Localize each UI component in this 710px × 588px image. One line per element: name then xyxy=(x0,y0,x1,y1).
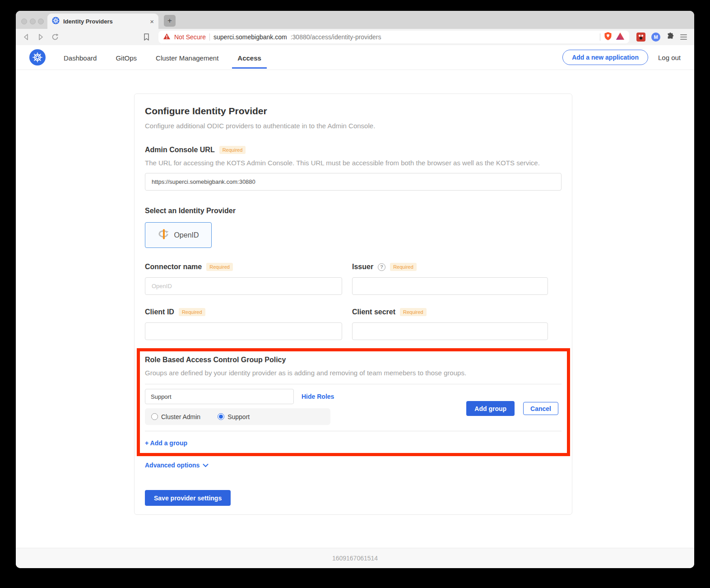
required-badge: Required xyxy=(179,308,205,316)
role-options: Cluster Admin Support xyxy=(145,408,330,425)
bookmark-icon[interactable] xyxy=(141,32,151,42)
required-badge: Required xyxy=(400,308,427,316)
extensions-puzzle-icon[interactable] xyxy=(666,32,674,42)
nav-item-gitops[interactable]: GitOps xyxy=(116,46,137,69)
advanced-options-toggle[interactable]: Advanced options xyxy=(145,461,209,469)
warning-triangle-icon xyxy=(163,33,171,42)
client-secret-label: Client secret xyxy=(352,308,395,316)
kubernetes-favicon-icon xyxy=(52,17,60,26)
window-minimize-button[interactable] xyxy=(30,19,36,24)
rbac-description: Groups are defined by your identity prov… xyxy=(145,369,562,377)
connector-name-field: Connector name Required xyxy=(145,263,342,295)
help-icon[interactable]: ? xyxy=(378,263,385,271)
not-secure-label: Not Secure xyxy=(174,33,206,41)
url-path: :30880/access/identity-providers xyxy=(291,33,381,41)
bat-triangle-icon[interactable] xyxy=(616,32,625,42)
group-editor: Hide Roles Cluster Admin Support A xyxy=(145,389,562,425)
admin-console-url-label: Admin Console URL xyxy=(145,146,215,154)
openid-logo-icon xyxy=(158,228,170,242)
footer-timestamp: 1609167061514 xyxy=(332,555,378,562)
menu-icon[interactable] xyxy=(680,34,687,40)
url-separator-right xyxy=(600,33,600,41)
connector-name-input[interactable] xyxy=(145,277,342,295)
chevron-down-icon xyxy=(203,461,209,469)
back-icon[interactable] xyxy=(21,32,31,42)
tab-close-icon[interactable]: × xyxy=(150,18,154,25)
browser-tab[interactable]: Identity Providers × xyxy=(47,14,158,29)
new-tab-button[interactable]: + xyxy=(164,15,176,27)
browser-toolbar: Not Secure superci.somebigbank.com:30880… xyxy=(16,29,694,45)
admin-console-url-description: The URL for accessing the KOTS Admin Con… xyxy=(145,159,562,167)
issuer-input[interactable] xyxy=(352,277,548,295)
client-secret-input[interactable] xyxy=(352,322,548,340)
issuer-label: Issuer xyxy=(352,263,373,271)
radio-cluster-admin[interactable]: Cluster Admin xyxy=(151,413,200,420)
rbac-section: Role Based Access Control Group Policy G… xyxy=(145,356,562,447)
app-nav: Dashboard GitOps Cluster Management Acce… xyxy=(16,45,694,70)
window-zoom-button[interactable] xyxy=(38,19,44,24)
tab-title: Identity Providers xyxy=(63,18,146,25)
rbac-title: Role Based Access Control Group Policy xyxy=(145,356,562,364)
page-subtitle: Configure additional ODIC providers to a… xyxy=(145,122,562,130)
extension-icon[interactable] xyxy=(636,33,645,42)
profile-avatar[interactable]: M xyxy=(651,33,660,42)
reload-icon[interactable] xyxy=(50,32,60,42)
cancel-button[interactable]: Cancel xyxy=(523,402,558,415)
group-name-input[interactable] xyxy=(145,389,294,404)
nav-item-dashboard[interactable]: Dashboard xyxy=(64,46,97,69)
page-title: Configure Identity Provider xyxy=(145,106,562,117)
add-new-application-button[interactable]: Add a new application xyxy=(562,50,648,65)
required-badge: Required xyxy=(219,146,246,154)
nav-item-cluster-management[interactable]: Cluster Management xyxy=(156,46,218,69)
forward-icon[interactable] xyxy=(36,32,46,42)
client-id-field: Client ID Required xyxy=(145,308,342,340)
save-provider-settings-button[interactable]: Save provider settings xyxy=(145,490,231,506)
openid-provider-option[interactable]: OpenID xyxy=(145,222,212,248)
radio-selected-icon xyxy=(218,413,224,420)
openid-option-label: OpenID xyxy=(174,231,199,239)
divider xyxy=(145,384,562,384)
nav-item-access[interactable]: Access xyxy=(237,46,261,69)
window-close-button[interactable] xyxy=(21,19,27,24)
radio-support[interactable]: Support xyxy=(218,413,250,420)
page-content: Configure Identity Provider Configure ad… xyxy=(16,70,694,548)
admin-console-url-input[interactable] xyxy=(145,173,562,191)
tab-strip: Identity Providers × + xyxy=(16,11,694,29)
configure-identity-provider-card: Configure Identity Provider Configure ad… xyxy=(134,93,572,515)
required-badge: Required xyxy=(206,263,233,271)
advanced-options-label: Advanced options xyxy=(145,462,200,469)
browser-window: Identity Providers × + Not Secure superc… xyxy=(16,11,694,568)
client-id-label: Client ID xyxy=(145,308,174,316)
logout-button[interactable]: Log out xyxy=(658,54,681,61)
divider xyxy=(145,431,562,431)
radio-icon xyxy=(151,413,158,420)
client-id-input[interactable] xyxy=(145,322,342,340)
client-secret-field: Client secret Required xyxy=(352,308,548,340)
url-domain: superci.somebigbank.com xyxy=(213,33,287,41)
add-group-button[interactable]: Add group xyxy=(466,401,515,416)
url-separator xyxy=(209,33,210,41)
issuer-field: Issuer ? Required xyxy=(352,263,548,295)
add-a-group-link[interactable]: + Add a group xyxy=(145,439,187,447)
toolbar-right-buttons: M xyxy=(636,32,689,42)
connector-name-label: Connector name xyxy=(145,263,202,271)
page-footer: 1609167061514 xyxy=(16,548,694,568)
select-identity-provider-label: Select an Identity Provider xyxy=(145,207,562,215)
hide-roles-link[interactable]: Hide Roles xyxy=(302,393,334,400)
kubernetes-logo-icon[interactable] xyxy=(29,49,46,65)
required-badge: Required xyxy=(390,263,417,271)
brave-shield-icon[interactable] xyxy=(604,32,612,42)
url-bar[interactable]: Not Secure superci.somebigbank.com:30880… xyxy=(158,31,629,43)
